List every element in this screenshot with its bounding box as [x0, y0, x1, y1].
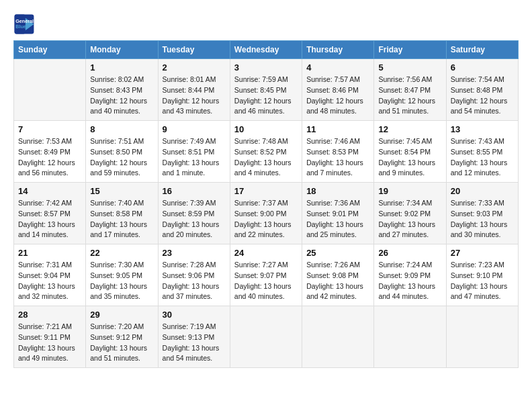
- day-number: 27: [451, 248, 514, 258]
- day-number: 8: [90, 124, 153, 134]
- weekday-header: Thursday: [302, 41, 374, 59]
- svg-text:General: General: [15, 18, 34, 24]
- calendar-cell: 24Sunrise: 7:27 AMSunset: 9:07 PMDayligh…: [230, 244, 302, 306]
- day-info: Sunrise: 7:54 AMSunset: 8:48 PMDaylight:…: [451, 75, 514, 117]
- day-info: Sunrise: 7:31 AMSunset: 9:04 PMDaylight:…: [18, 260, 81, 302]
- calendar-cell: 2Sunrise: 8:01 AMSunset: 8:44 PMDaylight…: [158, 59, 230, 121]
- day-number: 23: [163, 248, 226, 258]
- calendar-cell: [374, 306, 446, 368]
- day-info: Sunrise: 7:33 AMSunset: 9:03 PMDaylight:…: [451, 198, 514, 240]
- calendar-cell: 19Sunrise: 7:34 AMSunset: 9:02 PMDayligh…: [374, 183, 446, 244]
- weekday-header: Friday: [374, 41, 446, 59]
- header: General Blue: [13, 13, 519, 35]
- day-info: Sunrise: 7:48 AMSunset: 8:52 PMDaylight:…: [234, 136, 298, 179]
- calendar-cell: 7Sunrise: 7:53 AMSunset: 8:49 PMDaylight…: [14, 121, 86, 183]
- calendar-cell: 9Sunrise: 7:49 AMSunset: 8:51 PMDaylight…: [158, 121, 230, 183]
- day-number: 25: [306, 248, 369, 258]
- day-info: Sunrise: 7:24 AMSunset: 9:09 PMDaylight:…: [378, 260, 441, 302]
- day-info: Sunrise: 7:37 AMSunset: 9:00 PMDaylight:…: [234, 198, 298, 240]
- day-info: Sunrise: 7:36 AMSunset: 9:01 PMDaylight:…: [306, 198, 369, 240]
- day-number: 14: [18, 186, 81, 196]
- day-number: 24: [234, 248, 298, 258]
- day-info: Sunrise: 7:23 AMSunset: 9:10 PMDaylight:…: [451, 260, 514, 302]
- day-number: 22: [90, 248, 153, 258]
- calendar-cell: [14, 59, 86, 121]
- day-info: Sunrise: 7:46 AMSunset: 8:53 PMDaylight:…: [306, 136, 369, 179]
- day-number: 6: [451, 62, 514, 73]
- day-number: 9: [163, 124, 226, 134]
- calendar-cell: 8Sunrise: 7:51 AMSunset: 8:50 PMDaylight…: [86, 121, 158, 183]
- day-info: Sunrise: 7:19 AMSunset: 9:13 PMDaylight:…: [163, 322, 226, 364]
- day-number: 15: [90, 186, 153, 196]
- day-number: 1: [90, 62, 153, 73]
- day-number: 20: [451, 186, 514, 196]
- day-number: 28: [18, 310, 81, 320]
- day-info: Sunrise: 7:21 AMSunset: 9:11 PMDaylight:…: [18, 322, 81, 364]
- calendar-cell: 30Sunrise: 7:19 AMSunset: 9:13 PMDayligh…: [158, 306, 230, 368]
- weekday-header: Monday: [86, 41, 158, 59]
- day-number: 7: [18, 124, 81, 134]
- day-number: 3: [234, 62, 298, 73]
- weekday-header: Saturday: [446, 41, 518, 59]
- calendar-cell: 12Sunrise: 7:45 AMSunset: 8:54 PMDayligh…: [374, 121, 446, 183]
- calendar-cell: 26Sunrise: 7:24 AMSunset: 9:09 PMDayligh…: [374, 244, 446, 306]
- calendar-cell: 23Sunrise: 7:28 AMSunset: 9:06 PMDayligh…: [158, 244, 230, 306]
- day-info: Sunrise: 7:42 AMSunset: 8:57 PMDaylight:…: [18, 198, 81, 240]
- day-info: Sunrise: 7:51 AMSunset: 8:50 PMDaylight:…: [90, 136, 153, 179]
- day-number: 13: [451, 124, 514, 134]
- calendar-cell: 6Sunrise: 7:54 AMSunset: 8:48 PMDaylight…: [446, 59, 518, 121]
- day-number: 21: [18, 248, 81, 258]
- day-info: Sunrise: 7:28 AMSunset: 9:06 PMDaylight:…: [163, 260, 226, 302]
- calendar-cell: 10Sunrise: 7:48 AMSunset: 8:52 PMDayligh…: [230, 121, 302, 183]
- calendar-cell: 25Sunrise: 7:26 AMSunset: 9:08 PMDayligh…: [302, 244, 374, 306]
- logo: General Blue: [13, 13, 38, 35]
- calendar-cell: 14Sunrise: 7:42 AMSunset: 8:57 PMDayligh…: [14, 183, 86, 244]
- calendar-cell: 4Sunrise: 7:57 AMSunset: 8:46 PMDaylight…: [302, 59, 374, 121]
- calendar-cell: 13Sunrise: 7:43 AMSunset: 8:55 PMDayligh…: [446, 121, 518, 183]
- day-info: Sunrise: 7:30 AMSunset: 9:05 PMDaylight:…: [90, 260, 153, 302]
- calendar-cell: 21Sunrise: 7:31 AMSunset: 9:04 PMDayligh…: [14, 244, 86, 306]
- svg-text:Blue: Blue: [15, 24, 26, 30]
- day-number: 12: [378, 124, 441, 134]
- day-info: Sunrise: 7:39 AMSunset: 8:59 PMDaylight:…: [163, 198, 226, 240]
- day-info: Sunrise: 7:40 AMSunset: 8:58 PMDaylight:…: [90, 198, 153, 240]
- weekday-header: Tuesday: [158, 41, 230, 59]
- calendar-cell: 28Sunrise: 7:21 AMSunset: 9:11 PMDayligh…: [14, 306, 86, 368]
- calendar-cell: [230, 306, 302, 368]
- calendar-cell: 15Sunrise: 7:40 AMSunset: 8:58 PMDayligh…: [86, 183, 158, 244]
- day-number: 30: [163, 310, 226, 320]
- logo-icon: General Blue: [13, 13, 35, 35]
- day-number: 29: [90, 310, 153, 320]
- day-number: 4: [306, 62, 369, 73]
- calendar-cell: 18Sunrise: 7:36 AMSunset: 9:01 PMDayligh…: [302, 183, 374, 244]
- day-info: Sunrise: 8:02 AMSunset: 8:43 PMDaylight:…: [90, 75, 153, 117]
- day-number: 2: [163, 62, 226, 73]
- calendar-table: SundayMondayTuesdayWednesdayThursdayFrid…: [13, 40, 519, 368]
- day-number: 17: [234, 186, 298, 196]
- day-info: Sunrise: 7:57 AMSunset: 8:46 PMDaylight:…: [306, 75, 369, 117]
- calendar-cell: 22Sunrise: 7:30 AMSunset: 9:05 PMDayligh…: [86, 244, 158, 306]
- day-info: Sunrise: 7:43 AMSunset: 8:55 PMDaylight:…: [451, 136, 514, 179]
- day-info: Sunrise: 7:49 AMSunset: 8:51 PMDaylight:…: [163, 136, 226, 179]
- calendar-cell: 29Sunrise: 7:20 AMSunset: 9:12 PMDayligh…: [86, 306, 158, 368]
- day-info: Sunrise: 7:34 AMSunset: 9:02 PMDaylight:…: [378, 198, 441, 240]
- day-info: Sunrise: 7:59 AMSunset: 8:45 PMDaylight:…: [234, 75, 298, 117]
- day-info: Sunrise: 7:56 AMSunset: 8:47 PMDaylight:…: [378, 75, 441, 117]
- calendar-cell: [302, 306, 374, 368]
- day-number: 10: [234, 124, 298, 134]
- calendar-cell: 16Sunrise: 7:39 AMSunset: 8:59 PMDayligh…: [158, 183, 230, 244]
- calendar-cell: 3Sunrise: 7:59 AMSunset: 8:45 PMDaylight…: [230, 59, 302, 121]
- day-number: 18: [306, 186, 369, 196]
- calendar-cell: [446, 306, 518, 368]
- calendar-cell: 1Sunrise: 8:02 AMSunset: 8:43 PMDaylight…: [86, 59, 158, 121]
- weekday-header: Wednesday: [230, 41, 302, 59]
- day-number: 26: [378, 248, 441, 258]
- day-number: 16: [163, 186, 226, 196]
- day-info: Sunrise: 8:01 AMSunset: 8:44 PMDaylight:…: [163, 75, 226, 117]
- day-info: Sunrise: 7:53 AMSunset: 8:49 PMDaylight:…: [18, 136, 81, 179]
- weekday-header: Sunday: [14, 41, 86, 59]
- day-number: 19: [378, 186, 441, 196]
- day-number: 11: [306, 124, 369, 134]
- day-number: 5: [378, 62, 441, 73]
- calendar-cell: 11Sunrise: 7:46 AMSunset: 8:53 PMDayligh…: [302, 121, 374, 183]
